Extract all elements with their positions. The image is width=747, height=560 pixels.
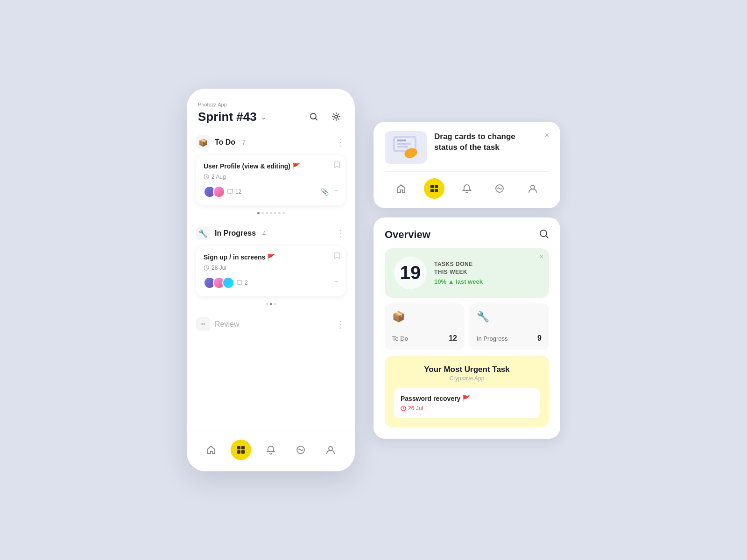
category-todo-icon: 📦: [392, 311, 457, 323]
tasks-done-number: 19: [394, 257, 427, 289]
phone-left: Photozz App Sprint #43 ⌄: [187, 89, 355, 471]
list-icon: ≡: [334, 188, 338, 196]
urgent-task-card: Your Most Urgent Task Crypsave App Passw…: [385, 356, 549, 427]
bookmark-icon: [334, 161, 340, 169]
right-panel: Drag cards to change status of the task …: [374, 122, 560, 439]
urgent-task-inner[interactable]: Password recovery 🚩 26 Jul: [394, 388, 540, 418]
nav-tasks[interactable]: [231, 440, 251, 460]
clock-icon: [204, 174, 209, 180]
tooltip-nav-bell[interactable]: [457, 178, 477, 199]
svg-point-10: [329, 447, 332, 450]
svg-rect-6: [241, 446, 245, 449]
drag-illustration: [385, 131, 427, 164]
tasks-done-close-button[interactable]: ×: [540, 253, 543, 260]
svg-rect-15: [397, 146, 408, 147]
dot: [266, 212, 268, 214]
svg-rect-24: [435, 189, 438, 192]
task-card-signup[interactable]: Sign up / in screens 🚩 28 Jul: [196, 246, 345, 296]
phone-content: 📦 To Do 7 ⋮ User Profile (view & editing…: [187, 132, 355, 432]
settings-button[interactable]: [329, 109, 344, 124]
task-date: 28 Jul: [204, 265, 338, 271]
dot: [274, 212, 276, 214]
dot: [257, 212, 260, 214]
tasks-done-label: TASKS DONETHIS WEEK: [434, 260, 540, 276]
svg-rect-14: [397, 143, 411, 145]
tooltip-nav-profile[interactable]: [522, 178, 543, 199]
inprogress-title: In Progress: [215, 229, 256, 238]
section-inprogress: 🔧 In Progress 4 ⋮ Sign up / in screens 🚩: [196, 226, 345, 308]
tooltip-title: Drag cards to change status of the task: [434, 131, 537, 154]
flag-icon: 🚩: [267, 253, 275, 261]
sprint-title: Sprint #43: [198, 110, 257, 124]
tooltip-nav-tasks[interactable]: [424, 178, 444, 199]
urgent-task-name: Password recovery 🚩: [401, 395, 533, 402]
attachment-icon: 📎: [321, 188, 329, 196]
category-inprogress-icon: 🔧: [477, 311, 542, 323]
urgent-title: Your Most Urgent Task: [394, 365, 540, 374]
section-todo: 📦 To Do 7 ⋮ User Profile (view & editing…: [196, 135, 345, 217]
todo-more-button[interactable]: ⋮: [336, 137, 345, 148]
phone-header: Photozz App Sprint #43 ⌄: [187, 89, 355, 132]
nav-profile[interactable]: [320, 440, 341, 460]
avatar: [222, 277, 234, 289]
bottom-nav: [187, 432, 355, 471]
svg-rect-5: [237, 446, 240, 449]
flag-icon: 🚩: [292, 162, 300, 170]
category-todo-name: To Do: [392, 335, 408, 342]
svg-line-28: [546, 236, 549, 238]
tooltip-card: Drag cards to change status of the task …: [374, 122, 560, 208]
tooltip-nav-home[interactable]: [391, 178, 411, 199]
urgent-flag-icon: 🚩: [462, 395, 470, 402]
category-inprogress[interactable]: 🔧 In Progress 9: [469, 303, 549, 350]
search-button[interactable]: [306, 109, 321, 124]
app-name: Photozz App: [198, 102, 344, 107]
nav-bell[interactable]: [261, 440, 281, 460]
nav-activity[interactable]: [290, 440, 311, 460]
dot: [274, 303, 276, 305]
bookmark-icon: [334, 252, 340, 260]
clock-icon: [204, 265, 209, 271]
category-grid: 📦 To Do 12 🔧 In Progress 9: [385, 303, 549, 350]
todo-count: 7: [242, 139, 246, 146]
svg-rect-8: [241, 450, 245, 454]
dot: [261, 212, 264, 214]
svg-rect-13: [397, 140, 406, 141]
dot: [270, 212, 272, 214]
todo-dots: [196, 209, 345, 217]
inprogress-icon: 🔧: [196, 226, 210, 240]
review-title: Review: [215, 320, 239, 329]
overview-search-button[interactable]: [539, 229, 549, 241]
svg-rect-22: [435, 185, 438, 188]
svg-rect-21: [430, 185, 434, 188]
inprogress-more-button[interactable]: ⋮: [336, 228, 345, 239]
tooltip-nav-activity[interactable]: [489, 178, 510, 199]
dot: [278, 212, 281, 214]
overview-card: Overview × 19 TASKS DONETHIS WEEK 10% ▲ …: [374, 217, 560, 439]
review-more-button[interactable]: ⋮: [336, 319, 345, 330]
svg-rect-7: [237, 450, 240, 454]
tasks-done-stat: 10% ▲ last week: [434, 278, 540, 285]
dot: [270, 303, 272, 305]
svg-point-26: [531, 185, 535, 189]
category-todo[interactable]: 📦 To Do 12: [385, 303, 465, 350]
list-icon: ≡: [334, 279, 338, 287]
chevron-down-icon[interactable]: ⌄: [261, 112, 267, 121]
todo-icon: 📦: [196, 135, 210, 149]
category-inprogress-name: In Progress: [477, 335, 507, 342]
category-inprogress-count: 9: [537, 334, 542, 343]
task-title: Sign up / in screens 🚩: [204, 253, 338, 261]
tooltip-nav: [385, 171, 549, 199]
task-date: 2 Aug: [204, 174, 338, 180]
avatar: [213, 186, 225, 198]
avatars-group: [204, 186, 222, 198]
nav-home[interactable]: [201, 440, 221, 460]
inprogress-count: 4: [262, 230, 266, 237]
urgent-app: Crypsave App: [394, 375, 540, 382]
tooltip-close-button[interactable]: ×: [545, 131, 549, 140]
task-card-user-profile[interactable]: User Profile (view & editing) 🚩 2 Aug: [196, 155, 345, 205]
inprogress-dots: [196, 300, 345, 308]
avatars-group: [204, 277, 232, 289]
comment-count: 12: [227, 189, 241, 195]
category-todo-count: 12: [449, 334, 457, 343]
dot: [282, 212, 285, 214]
